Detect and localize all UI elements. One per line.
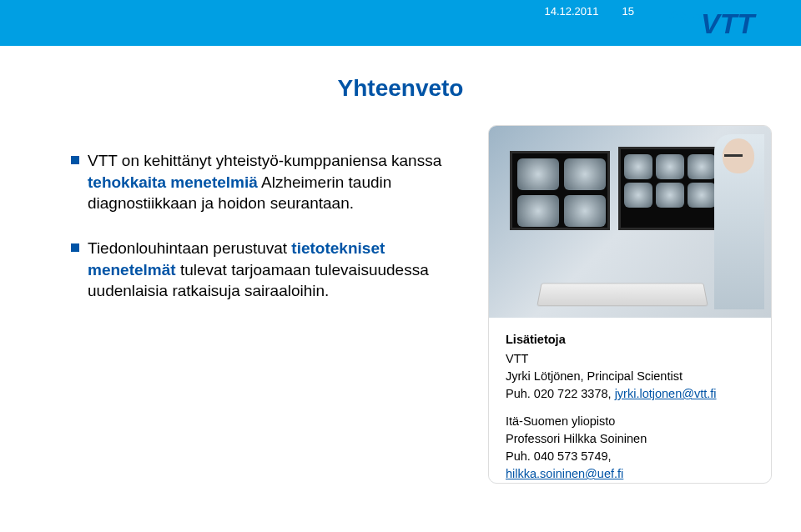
- monitor-icon: [618, 147, 718, 230]
- vtt-logo: VTT: [669, 2, 778, 47]
- person-icon: [714, 134, 764, 309]
- highlighted-text: tehokkaita menetelmiä: [88, 173, 258, 191]
- slide-date: 14.12.2011: [544, 5, 598, 18]
- bullet-item: VTT on kehittänyt yhteistyö-kumppaniensa…: [71, 150, 471, 214]
- email-link[interactable]: jyrki.lotjonen@vtt.fi: [615, 387, 717, 400]
- body-text: VTT on kehittänyt yhteistyö-kumppaniensa…: [71, 150, 471, 325]
- contact-block-uef: Itä-Suomen yliopisto Professori Hilkka S…: [506, 413, 754, 483]
- contact-person: Professori Hilkka Soininen: [506, 430, 754, 448]
- contact-org: Itä-Suomen yliopisto: [506, 413, 754, 430]
- slide-title: Yhteenveto: [0, 75, 801, 102]
- contact-phone: Puh. 020 722 3378,: [506, 387, 615, 400]
- body-text-span: VTT on kehittänyt yhteistyö-kumppaniensa…: [88, 152, 441, 169]
- vtt-logo-icon: VTT: [669, 2, 778, 43]
- contact-person: Jyrki Lötjönen, Principal Scientist: [506, 368, 754, 385]
- contact-phone-line: Puh. 020 722 3378, jyrki.lotjonen@vtt.fi: [506, 385, 754, 403]
- diagnostic-workstation-photo: [489, 126, 771, 318]
- contact-box: Lisätietoja VTT Jyrki Lötjönen, Principa…: [489, 318, 771, 484]
- keyboard-icon: [537, 284, 708, 307]
- svg-text:VTT: VTT: [701, 8, 757, 39]
- body-text-span: Tiedonlouhintaan perustuvat: [88, 239, 291, 257]
- contact-heading: Lisätietoja: [506, 331, 754, 349]
- illustration-panel: Lisätietoja VTT Jyrki Lötjönen, Principa…: [488, 125, 772, 484]
- email-link[interactable]: hilkka.soininen@uef.fi: [506, 467, 623, 480]
- monitor-icon: [510, 151, 610, 230]
- bullet-item: Tiedonlouhintaan perustuvat tietoteknise…: [71, 238, 471, 302]
- contact-org: VTT: [506, 350, 754, 368]
- slide-meta: 14.12.2011 15: [544, 5, 634, 18]
- slide-page-number: 15: [622, 5, 634, 18]
- contact-block-vtt: VTT Jyrki Lötjönen, Principal Scientist …: [506, 350, 754, 403]
- contact-phone: Puh. 040 573 5749,: [506, 448, 754, 465]
